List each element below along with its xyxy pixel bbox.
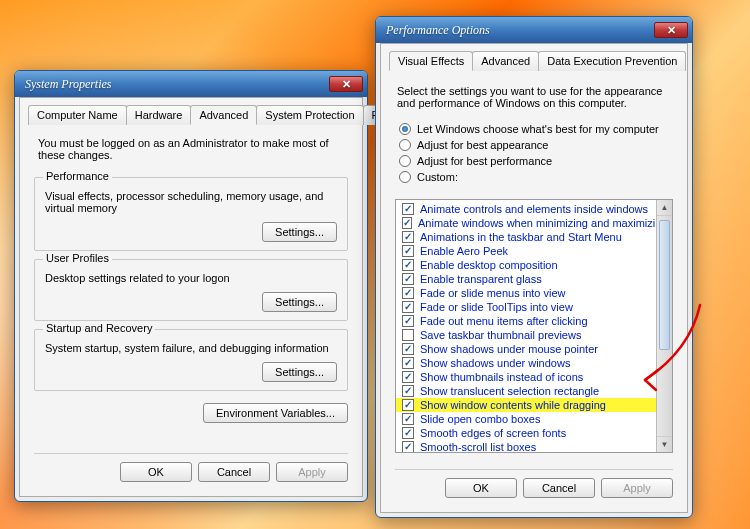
apply-button[interactable]: Apply [601,478,673,498]
checkbox-icon[interactable] [402,329,414,341]
close-icon[interactable]: ✕ [329,76,363,92]
effect-label: Show shadows under mouse pointer [420,343,598,355]
effect-item[interactable]: Enable transparent glass [396,272,656,286]
tab-system-protection[interactable]: System Protection [256,105,363,125]
titlebar[interactable]: Performance Options ✕ [376,17,692,43]
tab-computer-name[interactable]: Computer Name [28,105,127,125]
tabstrip: Visual EffectsAdvancedData Execution Pre… [389,50,679,71]
effect-label: Show shadows under windows [420,357,570,369]
effect-item[interactable]: Show thumbnails instead of icons [396,370,656,384]
radio-option[interactable]: Adjust for best performance [399,155,673,167]
group-legend: Performance [43,170,112,182]
effect-label: Smooth edges of screen fonts [420,427,566,439]
admin-note: You must be logged on as an Administrato… [38,137,344,161]
radio-label: Adjust for best performance [417,155,552,167]
effect-item[interactable]: Animations in the taskbar and Start Menu [396,230,656,244]
effect-item[interactable]: Enable desktop composition [396,258,656,272]
radio-icon[interactable] [399,123,411,135]
radio-icon[interactable] [399,139,411,151]
tab-visual-effects[interactable]: Visual Effects [389,51,473,71]
tab-data-execution-prevention[interactable]: Data Execution Prevention [538,51,686,71]
effect-label: Enable desktop composition [420,259,558,271]
window-title: Performance Options [386,23,490,38]
scrollbar[interactable]: ▲ ▼ [656,200,672,452]
group-legend: User Profiles [43,252,112,264]
tab-advanced[interactable]: Advanced [472,51,539,71]
tab-visual-effects-page: Select the settings you want to use for … [389,71,679,504]
group-user-profiles: User Profiles Desktop settings related t… [34,259,348,321]
scroll-down-icon[interactable]: ▼ [657,436,672,452]
group-desc: System startup, system failure, and debu… [45,342,337,354]
close-icon[interactable]: ✕ [654,22,688,38]
scroll-thumb[interactable] [659,220,670,350]
checkbox-icon[interactable] [402,427,414,439]
effect-item[interactable]: Show translucent selection rectangle [396,384,656,398]
environment-variables-button[interactable]: Environment Variables... [203,403,348,423]
cancel-button[interactable]: Cancel [198,462,270,482]
effect-item[interactable]: Show shadows under mouse pointer [396,342,656,356]
ok-button[interactable]: OK [445,478,517,498]
checkbox-icon[interactable] [402,231,414,243]
effect-item[interactable]: Save taskbar thumbnail previews [396,328,656,342]
system-properties-window: System Properties ✕ Computer NameHardwar… [14,70,368,502]
effect-item[interactable]: Fade or slide menus into view [396,286,656,300]
effect-label: Fade out menu items after clicking [420,315,588,327]
group-desc: Visual effects, processor scheduling, me… [45,190,337,214]
startup-settings-button[interactable]: Settings... [262,362,337,382]
performance-options-window: Performance Options ✕ Visual EffectsAdva… [375,16,693,518]
checkbox-icon[interactable] [402,357,414,369]
effect-item[interactable]: Fade out menu items after clicking [396,314,656,328]
checkbox-icon[interactable] [402,203,414,215]
checkbox-icon[interactable] [402,343,414,355]
effect-item[interactable]: Show window contents while dragging [396,398,656,412]
checkbox-icon[interactable] [402,287,414,299]
tab-advanced-page: You must be logged on as an Administrato… [28,125,354,488]
effect-item[interactable]: Enable Aero Peek [396,244,656,258]
checkbox-icon[interactable] [402,385,414,397]
checkbox-icon[interactable] [402,245,414,257]
profiles-settings-button[interactable]: Settings... [262,292,337,312]
group-desc: Desktop settings related to your logon [45,272,337,284]
tab-hardware[interactable]: Hardware [126,105,192,125]
effect-item[interactable]: Slide open combo boxes [396,412,656,426]
radio-label: Custom: [417,171,458,183]
effect-item[interactable]: Animate windows when minimizing and maxi… [396,216,656,230]
group-legend: Startup and Recovery [43,322,155,334]
radio-option[interactable]: Adjust for best appearance [399,139,673,151]
apply-button[interactable]: Apply [276,462,348,482]
checkbox-icon[interactable] [402,441,414,452]
scroll-up-icon[interactable]: ▲ [657,200,672,216]
checkbox-icon[interactable] [402,413,414,425]
radio-label: Adjust for best appearance [417,139,548,151]
instructions: Select the settings you want to use for … [397,85,671,109]
checkbox-icon[interactable] [402,259,414,271]
checkbox-icon[interactable] [402,399,414,411]
effect-item[interactable]: Smooth edges of screen fonts [396,426,656,440]
window-title: System Properties [25,77,112,92]
cancel-button[interactable]: Cancel [523,478,595,498]
group-startup-recovery: Startup and Recovery System startup, sys… [34,329,348,391]
checkbox-icon[interactable] [402,217,412,229]
performance-settings-button[interactable]: Settings... [262,222,337,242]
radio-group: Let Windows choose what's best for my co… [399,123,673,183]
effect-item[interactable]: Smooth-scroll list boxes [396,440,656,452]
radio-icon[interactable] [399,155,411,167]
effect-item[interactable]: Animate controls and elements inside win… [396,202,656,216]
checkbox-icon[interactable] [402,315,414,327]
effect-item[interactable]: Fade or slide ToolTips into view [396,300,656,314]
titlebar[interactable]: System Properties ✕ [15,71,367,97]
effect-label: Show window contents while dragging [420,399,606,411]
radio-label: Let Windows choose what's best for my co… [417,123,659,135]
effect-label: Show translucent selection rectangle [420,385,599,397]
checkbox-icon[interactable] [402,371,414,383]
tab-advanced[interactable]: Advanced [190,105,257,125]
checkbox-icon[interactable] [402,301,414,313]
checkbox-icon[interactable] [402,273,414,285]
radio-option[interactable]: Custom: [399,171,673,183]
radio-icon[interactable] [399,171,411,183]
radio-option[interactable]: Let Windows choose what's best for my co… [399,123,673,135]
effect-item[interactable]: Show shadows under windows [396,356,656,370]
dialog-buttons: OK Cancel Apply [34,453,348,482]
dialog-buttons: OK Cancel Apply [395,469,673,498]
ok-button[interactable]: OK [120,462,192,482]
